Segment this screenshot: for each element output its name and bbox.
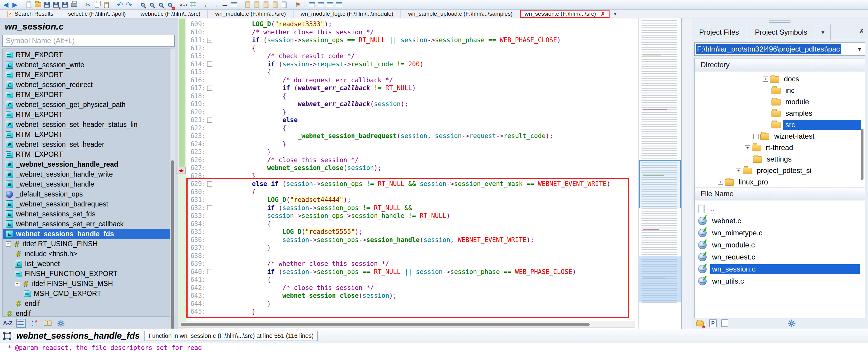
splitter-button[interactable]: ◀▶ bbox=[176, 167, 186, 174]
redo-icon[interactable]: ↷ bbox=[125, 1, 133, 9]
tree-scrollbar-thumb[interactable] bbox=[861, 129, 864, 180]
symbol-item-webnet-session-get-physical-path[interactable]: Ewebnet_session_get_physical_path bbox=[3, 100, 170, 110]
undo-icon[interactable]: ↶ bbox=[116, 1, 124, 9]
fold-toggle-icon[interactable]: − bbox=[207, 62, 212, 67]
tree-item-settings[interactable]: settings bbox=[694, 153, 865, 165]
close-tab-icon[interactable]: ✗ bbox=[601, 11, 605, 17]
symbol-item-webnet-sessions-handle-fds[interactable]: Ewebnet_sessions_handle_fds bbox=[3, 229, 170, 239]
panel-settings-button[interactable] bbox=[787, 319, 796, 328]
symbol-item-webnet-session-handle-read[interactable]: E_webnet_session_handle_read bbox=[3, 159, 170, 169]
replace-icon[interactable]: X→Y bbox=[180, 1, 188, 9]
symbol-info-icon[interactable] bbox=[262, 1, 270, 9]
tree-collapse-icon[interactable]: − bbox=[6, 242, 11, 247]
file-item-wn-module-c[interactable]: wn_module.c bbox=[694, 239, 865, 251]
symbol-item-list-webnet[interactable]: Elist_webnet bbox=[3, 259, 170, 269]
symbol-item-msh-cmd-export[interactable]: MSH_CMD_EXPORT bbox=[3, 289, 170, 299]
tab-project-symbols[interactable]: Project Symbols bbox=[747, 24, 815, 40]
scrollbar-thumb[interactable] bbox=[181, 323, 590, 326]
file-item-wn-request-c[interactable]: wn_request.c bbox=[694, 251, 865, 263]
tree-item-docs[interactable]: +docs bbox=[694, 73, 865, 85]
chevron-down-icon[interactable]: ▾ bbox=[815, 24, 831, 40]
tree-expand-icon[interactable]: + bbox=[753, 134, 758, 139]
close-panel-icon[interactable]: ✗ bbox=[859, 27, 864, 35]
list-view-button[interactable] bbox=[16, 319, 26, 328]
symbol-item-webnet-sessions-set-fds[interactable]: Ewebnet_sessions_set_fds bbox=[3, 209, 170, 219]
symbol-item-endif[interactable]: #endif bbox=[3, 299, 170, 309]
copy-icon[interactable] bbox=[93, 1, 101, 9]
symbol-search-input[interactable] bbox=[2, 35, 175, 47]
fold-toggle-icon[interactable] bbox=[207, 182, 212, 187]
file-item-wn-session-c[interactable]: wn_session.c bbox=[694, 263, 865, 275]
tile-vertical-icon[interactable] bbox=[317, 1, 325, 9]
symbol-item-ifdef-finsh-using-msh[interactable]: −#ifdef FINSH_USING_MSH bbox=[3, 279, 170, 289]
symbol-item-endif[interactable]: #endif bbox=[3, 309, 170, 317]
sort-alphabetic-button[interactable]: A-Z bbox=[3, 320, 13, 327]
tree-expand-icon[interactable]: + bbox=[763, 76, 768, 82]
bookmark-icon[interactable]: ⚑ bbox=[294, 1, 302, 9]
tab-webnet-c-f-hlm-src[interactable]: webnet.c (F:\hlm\...\src) bbox=[133, 10, 208, 18]
symbol-item-rtm-export[interactable]: RTM_EXPORT bbox=[3, 50, 170, 60]
browse-web-icon[interactable] bbox=[189, 1, 197, 9]
fold-toggle-icon[interactable] bbox=[207, 205, 212, 210]
directory-column-header[interactable]: Directory bbox=[694, 58, 865, 71]
jump-forward-icon[interactable]: → bbox=[212, 1, 220, 9]
combo-dropdown-icon[interactable]: ▾ bbox=[855, 45, 865, 53]
save-as-icon[interactable]: ● bbox=[52, 1, 60, 9]
back-icon[interactable]: ◀ bbox=[2, 1, 10, 9]
file-item-webnet-c[interactable]: webnet.c bbox=[694, 215, 865, 227]
column-divider[interactable] bbox=[813, 60, 813, 70]
symbol-item-rtm-export[interactable]: RTM_EXPORT bbox=[3, 130, 170, 139]
sidebar-settings-button[interactable] bbox=[56, 319, 66, 328]
tree-item-rt-thread[interactable]: +rt-thread bbox=[694, 142, 865, 153]
file-properties-icon[interactable] bbox=[280, 1, 288, 9]
tab-wn-module-log-c-f-hlm-module[interactable]: wn_module_log.c (F:\hlm\...\module) bbox=[293, 10, 401, 18]
tree-expand-icon[interactable]: + bbox=[718, 180, 723, 185]
symbol-item-webnet-session-set-header-status-l[interactable]: Ewebnet_session_set_header_status_lin bbox=[3, 120, 170, 130]
sync-files-button[interactable]: ⇄ bbox=[695, 319, 705, 328]
symbol-item-webnet-session-badrequest[interactable]: E_webnet_session_badrequest bbox=[3, 199, 170, 209]
jump-back-icon[interactable]: ← bbox=[203, 1, 211, 9]
lookup-references-icon[interactable] bbox=[253, 1, 261, 9]
find-previous-icon[interactable]: ↑ bbox=[148, 1, 156, 9]
editor-left-scrollbar[interactable]: ◀▶ bbox=[178, 19, 186, 329]
fold-toggle-icon[interactable]: − bbox=[207, 86, 212, 91]
symbol-list-scrollbar[interactable] bbox=[170, 49, 175, 317]
tab-overflow-chevron-icon[interactable]: ▾ bbox=[614, 10, 617, 17]
tab-search-results[interactable]: ?Search Results bbox=[0, 10, 61, 18]
panel-drag-handle[interactable] bbox=[691, 19, 868, 24]
forward-icon[interactable]: ▶ bbox=[11, 1, 19, 9]
code-editor[interactable]: 609: LOG_D("readset3333");610: /* whethe… bbox=[186, 19, 638, 329]
tree-collapse-icon[interactable]: − bbox=[15, 281, 20, 286]
tree-item-module[interactable]: module bbox=[694, 96, 865, 107]
symbol-item-default-session-ops[interactable]: _default_session_ops bbox=[3, 189, 170, 199]
open-file-icon[interactable] bbox=[34, 1, 42, 9]
cut-icon[interactable]: ✂ bbox=[84, 1, 92, 9]
tree-expand-icon[interactable]: + bbox=[736, 168, 741, 173]
symbol-item-rtm-export[interactable]: RTM_EXPORT bbox=[3, 70, 170, 80]
file-report-button[interactable] bbox=[721, 319, 728, 327]
minimap-selection[interactable] bbox=[639, 256, 681, 302]
tab-wn-sample-upload-c-f-hlm-samples[interactable]: wn_sample_upload.c (F:\hlm\...\samples) bbox=[401, 10, 520, 18]
symbol-item-webnet-session-write[interactable]: Ewebnet_session_write bbox=[3, 60, 170, 70]
tree-item-wiznet-latest[interactable]: +wiznet-latest bbox=[694, 130, 865, 142]
print-icon[interactable] bbox=[70, 1, 78, 9]
relation-window-icon[interactable] bbox=[271, 1, 279, 9]
symbol-types-button[interactable]: ●#▪T bbox=[30, 319, 39, 328]
find-in-files-icon[interactable]: ▤ bbox=[166, 1, 174, 9]
symbol-item-webnet-session-set-header[interactable]: Ewebnet_session_set_header bbox=[3, 139, 170, 150]
tab-wn-session-c-f-hlm-src[interactable]: wn_session.c (F:\hlm\...\src)✗ bbox=[520, 10, 610, 18]
scrollbar-thumb[interactable] bbox=[171, 160, 174, 329]
fold-toggle-icon[interactable]: − bbox=[207, 118, 212, 123]
symbol-item-webnet-session-redirect[interactable]: Ewebnet_session_redirect bbox=[3, 80, 170, 90]
tree-expand-icon[interactable]: + bbox=[745, 145, 750, 150]
tree-item-project-pdtest-si[interactable]: +project_pdtest_si bbox=[694, 165, 865, 176]
paste-icon[interactable] bbox=[102, 1, 110, 9]
fold-toggle-icon[interactable]: − bbox=[207, 38, 212, 43]
tab-project-files[interactable]: Project Files bbox=[691, 24, 747, 40]
file-item-[interactable]: .. bbox=[694, 203, 865, 215]
symbol-item-rtm-export[interactable]: RTM_EXPORT bbox=[3, 90, 170, 100]
fold-toggle-icon[interactable] bbox=[207, 269, 212, 274]
split-window-icon[interactable] bbox=[335, 1, 343, 9]
file-item-wn-mimetype-c[interactable]: wn_mimetype.c bbox=[694, 227, 865, 239]
new-file-icon[interactable] bbox=[25, 1, 33, 9]
